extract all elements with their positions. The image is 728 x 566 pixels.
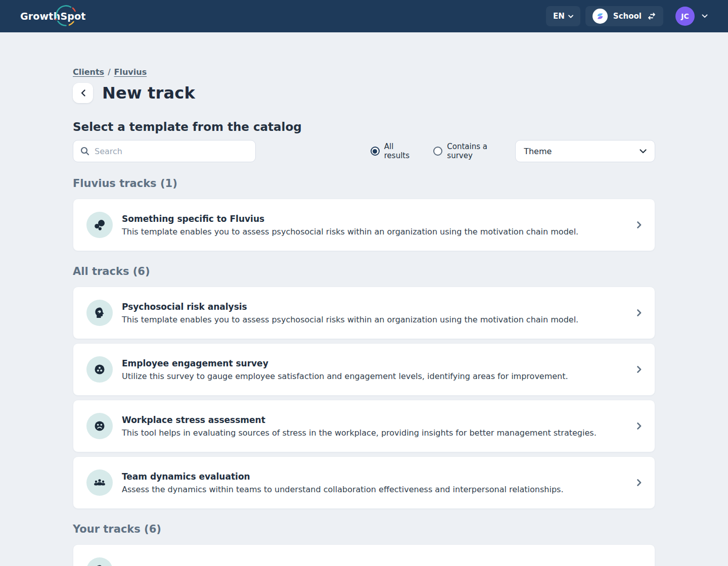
section-title-fluvius-tracks: Fluvius tracks (1) — [73, 177, 655, 190]
card-title: Employee engagement survey — [122, 358, 568, 368]
filter-all-results[interactable]: All results — [371, 142, 422, 160]
theme-select[interactable]: Theme — [515, 140, 655, 162]
catalog-heading: Select a template from the catalog — [73, 120, 655, 133]
filter-row: All results Contains a survey Theme — [73, 140, 655, 162]
workspace-logo-icon — [593, 9, 608, 24]
chevron-right-icon — [637, 479, 642, 486]
breadcrumb-clients-link[interactable]: Clients — [73, 67, 104, 77]
bubbles-icon — [86, 212, 113, 238]
psychology-icon — [86, 300, 113, 326]
chevron-right-icon — [637, 221, 642, 228]
breadcrumb-separator: / — [108, 67, 110, 77]
brand-name-part1: Growth — [20, 11, 60, 22]
search-input[interactable] — [95, 147, 248, 156]
filter-contains-survey[interactable]: Contains a survey — [433, 142, 515, 160]
language-label: EN — [553, 12, 565, 21]
template-card[interactable]: Team dynamics evaluation Assess the dyna… — [73, 456, 655, 509]
radio-unselected-icon — [433, 147, 442, 156]
filter-contains-survey-label: Contains a survey — [447, 142, 515, 160]
search-box — [73, 140, 256, 162]
workspace-label: School — [613, 12, 642, 21]
card-title: Team dynamics evaluation — [122, 471, 563, 482]
card-description: This template enables you to assess psyc… — [122, 315, 578, 324]
stress-icon — [86, 413, 113, 439]
results-filter: All results Contains a survey — [371, 142, 515, 160]
card-title: Workplace stress assessment — [122, 415, 597, 425]
engagement-icon — [86, 356, 113, 383]
template-card[interactable]: Workplace stress assessment This tool he… — [73, 400, 655, 452]
psychology-icon — [86, 557, 113, 566]
template-card[interactable]: Psychosocial risk analysis This template… — [73, 287, 655, 339]
back-button[interactable] — [73, 83, 93, 103]
card-description: This tool helps in evaluating sources of… — [122, 428, 597, 438]
card-title: Something specific to Fluvius — [122, 214, 578, 224]
card-description: This template enables you to assess psyc… — [122, 227, 578, 237]
breadcrumb: Clients/Fluvius — [73, 67, 655, 77]
search-icon — [80, 147, 89, 156]
language-button[interactable]: EN — [546, 6, 580, 26]
chevron-down-icon — [568, 15, 573, 18]
brand-logo[interactable]: Growth Spot — [20, 11, 86, 22]
radio-selected-icon — [371, 147, 380, 156]
chevron-right-icon — [637, 366, 642, 373]
template-card[interactable]: Employee engagement survey Utilize this … — [73, 343, 655, 396]
user-menu-chevron-icon[interactable] — [702, 14, 708, 18]
template-card[interactable]: Psychosocial risk analysis — [73, 544, 655, 566]
card-title: Psychosocial risk analysis — [122, 302, 578, 312]
theme-select-value: Theme — [524, 147, 552, 156]
main-content: Clients/Fluvius New track Select a templ… — [73, 32, 655, 566]
section-title-your-tracks: Your tracks (6) — [73, 523, 655, 535]
card-description: Assess the dynamics within teams to unde… — [122, 485, 563, 494]
user-avatar[interactable]: JC — [675, 7, 695, 26]
chevron-right-icon — [637, 422, 642, 430]
page-title: New track — [102, 83, 195, 103]
groups-icon — [86, 469, 113, 496]
template-card[interactable]: Something specific to Fluvius This templ… — [73, 199, 655, 251]
chevron-right-icon — [637, 309, 642, 316]
avatar-initials: JC — [681, 12, 689, 20]
card-description: Utilize this survey to gauge employee sa… — [122, 371, 568, 381]
swap-icon — [647, 12, 656, 21]
section-title-all-tracks: All tracks (6) — [73, 265, 655, 277]
chevron-down-icon — [640, 149, 647, 154]
workspace-switcher-button[interactable]: School — [585, 6, 663, 26]
chevron-left-icon — [81, 89, 85, 97]
top-bar: Growth Spot EN School — [0, 0, 728, 32]
breadcrumb-fluvius-link[interactable]: Fluvius — [114, 67, 147, 77]
filter-all-results-label: All results — [384, 142, 422, 160]
brand-name-part2: Spot — [60, 11, 85, 22]
